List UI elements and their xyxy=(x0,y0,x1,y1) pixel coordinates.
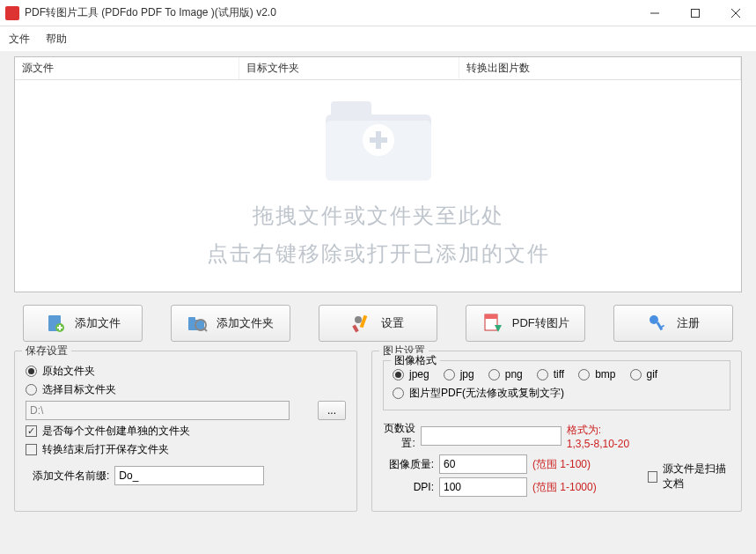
radio-choose-folder[interactable] xyxy=(26,384,37,395)
check-scan-doc[interactable] xyxy=(648,471,657,483)
svg-rect-1 xyxy=(692,9,700,17)
radio-bmp[interactable] xyxy=(578,369,590,380)
prefix-input[interactable] xyxy=(114,466,264,485)
settings-icon xyxy=(351,313,372,334)
prefix-label: 添加文件名前缀: xyxy=(33,469,109,484)
radio-jpeg[interactable] xyxy=(393,369,404,380)
label-open-after: 转换结束后打开保存文件夹 xyxy=(42,442,169,457)
svg-rect-12 xyxy=(353,325,359,333)
add-file-button[interactable]: 添加文件 xyxy=(23,305,143,342)
close-button[interactable] xyxy=(716,0,756,26)
settings-button[interactable]: 设置 xyxy=(319,305,438,342)
pages-label: 页数设置: xyxy=(383,421,415,451)
quality-input[interactable] xyxy=(439,454,527,474)
check-per-file-folder[interactable] xyxy=(26,425,37,437)
svg-rect-16 xyxy=(485,314,497,319)
save-settings-legend: 保存设置 xyxy=(22,343,71,358)
drop-hint-2: 点击右键移除或打开已添加的文件 xyxy=(207,234,550,272)
add-folder-button[interactable]: 添加文件夹 xyxy=(171,305,290,342)
image-format-legend: 图像格式 xyxy=(391,353,440,368)
pages-input[interactable] xyxy=(421,426,561,446)
settings-label: 设置 xyxy=(381,315,404,331)
dpi-hint: (范围 1-1000) xyxy=(532,480,597,495)
svg-line-11 xyxy=(204,329,207,331)
window-title: PDF转图片工具 (PDFdo PDF To Image )(试用版) v2.0 xyxy=(25,5,635,20)
drop-folder-icon xyxy=(326,92,431,181)
radio-original-folder[interactable] xyxy=(26,366,37,377)
radio-jpg[interactable] xyxy=(444,369,455,380)
label-scan-doc: 源文件是扫描文档 xyxy=(663,462,730,491)
convert-icon xyxy=(482,313,503,334)
app-icon xyxy=(5,6,19,20)
column-target[interactable]: 目标文件夹 xyxy=(239,57,459,79)
image-format-group: 图像格式 jpeg jpg png tiff bmp gif 图片型PDF(无法… xyxy=(383,360,730,410)
menu-bar: 文件 帮助 xyxy=(0,26,756,51)
quality-label: 图像质量: xyxy=(383,457,434,472)
svg-rect-9 xyxy=(188,317,195,321)
browse-button[interactable]: ... xyxy=(318,401,346,420)
file-list[interactable]: 源文件 目标文件夹 转换出图片数 拖拽文件或文件夹至此处 点击右键移除或打开已添… xyxy=(14,56,742,292)
menu-help[interactable]: 帮助 xyxy=(46,32,67,47)
pages-hint: 格式为: 1,3,5-8,10-20 xyxy=(567,423,630,450)
radio-tiff[interactable] xyxy=(537,369,548,380)
add-folder-icon xyxy=(187,313,208,334)
register-icon xyxy=(647,313,668,334)
radio-gif[interactable] xyxy=(630,369,642,380)
menu-file[interactable]: 文件 xyxy=(9,32,30,47)
drop-zone: 拖拽文件或文件夹至此处 点击右键移除或打开已添加的文件 xyxy=(15,92,741,272)
register-label: 注册 xyxy=(677,315,700,331)
convert-button[interactable]: PDF转图片 xyxy=(466,305,585,342)
drop-hint-1: 拖拽文件或文件夹至此处 xyxy=(253,196,504,234)
register-button[interactable]: 注册 xyxy=(613,305,733,342)
action-buttons-row: 添加文件 添加文件夹 设置 PDF转图片 注册 xyxy=(14,305,742,342)
label-original-folder: 原始文件夹 xyxy=(42,364,95,379)
minimize-button[interactable] xyxy=(635,0,675,26)
file-list-header: 源文件 目标文件夹 转换出图片数 xyxy=(15,57,741,80)
label-per-file-folder: 是否每个文件创建单独的文件夹 xyxy=(42,424,190,439)
image-settings-group: 图片设置 图像格式 jpeg jpg png tiff bmp gif 图片型P… xyxy=(371,351,742,512)
dpi-label: DPI: xyxy=(383,481,434,493)
add-file-icon xyxy=(45,313,66,334)
dpi-input[interactable] xyxy=(439,477,527,497)
quality-hint: (范围 1-100) xyxy=(532,457,591,472)
label-choose-folder: 选择目标文件夹 xyxy=(42,382,116,397)
save-settings-group: 保存设置 原始文件夹 选择目标文件夹 ... 是否每个文件创建单独的文件夹 转换… xyxy=(14,351,357,512)
add-folder-label: 添加文件夹 xyxy=(217,315,274,331)
svg-point-14 xyxy=(355,316,362,323)
check-open-after[interactable] xyxy=(26,444,37,455)
convert-label: PDF转图片 xyxy=(512,315,569,331)
maximize-button[interactable] xyxy=(675,0,716,26)
radio-image-pdf[interactable] xyxy=(393,388,404,399)
title-bar: PDF转图片工具 (PDFdo PDF To Image )(试用版) v2.0 xyxy=(0,0,756,26)
target-path-input xyxy=(26,401,290,420)
radio-png[interactable] xyxy=(488,369,500,380)
column-source[interactable]: 源文件 xyxy=(15,57,239,79)
column-count[interactable]: 转换出图片数 xyxy=(459,57,741,79)
add-file-label: 添加文件 xyxy=(75,315,121,331)
